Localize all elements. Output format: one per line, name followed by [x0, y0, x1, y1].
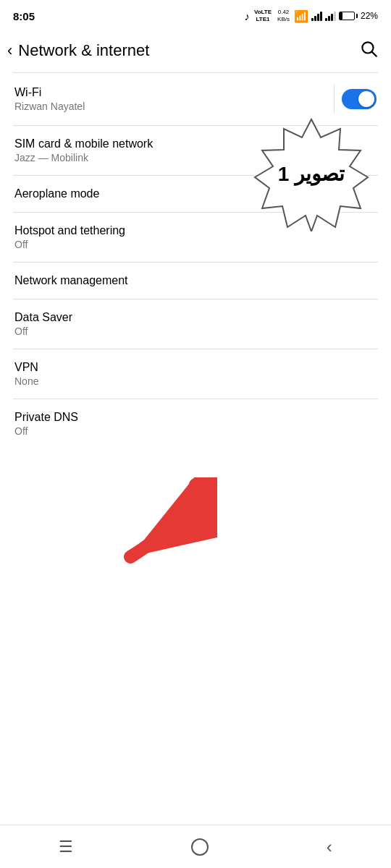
svg-line-1 — [372, 52, 377, 56]
private-dns-title: Private DNS — [14, 411, 377, 424]
wifi-icon: 📶 — [294, 9, 308, 23]
vpn-title: VPN — [14, 361, 377, 374]
red-arrow-annotation — [58, 477, 217, 579]
speed-unit: KB/s — [277, 16, 290, 23]
settings-item-data-saver[interactable]: Data Saver Off — [0, 299, 391, 349]
wifi-subtitle: Rizwan Nayatel — [14, 101, 85, 112]
status-icons: ♪ VoLTE LTE1 0.42 KB/s 📶 — [244, 9, 378, 22]
starburst-text: تصویر 1 — [278, 162, 345, 186]
settings-item-network-mgmt[interactable]: Network management — [0, 263, 391, 299]
speed-label: 0.42 — [278, 9, 290, 16]
starburst-annotation: تصویر 1 — [246, 112, 377, 235]
lte-label: VoLTE — [254, 9, 272, 16]
starburst-shape: تصویر 1 — [253, 116, 369, 231]
search-button[interactable] — [359, 39, 378, 62]
hotspot-subtitle: Off — [14, 239, 377, 250]
header-left: ‹ Network & internet — [7, 41, 149, 60]
tiktok-icon: ♪ — [244, 10, 250, 22]
wifi-divider — [334, 85, 335, 114]
status-bar: 8:05 ♪ VoLTE LTE1 0.42 KB/s 📶 — [0, 0, 391, 29]
page-title: Network & internet — [18, 41, 149, 60]
settings-item-private-dns[interactable]: Private DNS Off — [0, 399, 391, 448]
nav-back-icon[interactable]: ‹ — [327, 837, 332, 857]
nav-bar: ☰ ‹ — [0, 825, 391, 868]
nav-menu-icon[interactable]: ☰ — [59, 838, 73, 856]
settings-item-vpn[interactable]: VPN None — [0, 349, 391, 399]
vpn-subtitle: None — [14, 375, 377, 387]
wifi-item-left: Wi-Fi Rizwan Nayatel — [14, 86, 85, 112]
wifi-item-right — [334, 85, 377, 114]
data-saver-title: Data Saver — [14, 311, 377, 324]
wifi-toggle-knob — [358, 91, 374, 107]
network-mgmt-title: Network management — [14, 274, 377, 287]
back-button[interactable]: ‹ — [7, 41, 12, 60]
nav-home-button[interactable] — [191, 838, 209, 856]
status-time: 8:05 — [13, 10, 35, 22]
battery-indicator — [339, 12, 358, 20]
wifi-title: Wi-Fi — [14, 86, 85, 99]
signal-bars-1 — [311, 12, 322, 21]
wifi-toggle[interactable] — [342, 89, 377, 109]
header: ‹ Network & internet — [0, 29, 391, 72]
lte-label2: LTE1 — [256, 16, 270, 23]
private-dns-subtitle: Off — [14, 425, 377, 437]
battery-percent: 22% — [361, 11, 378, 21]
data-saver-subtitle: Off — [14, 326, 377, 337]
signal-bars-2 — [325, 12, 336, 21]
red-arrow-svg — [58, 477, 217, 579]
